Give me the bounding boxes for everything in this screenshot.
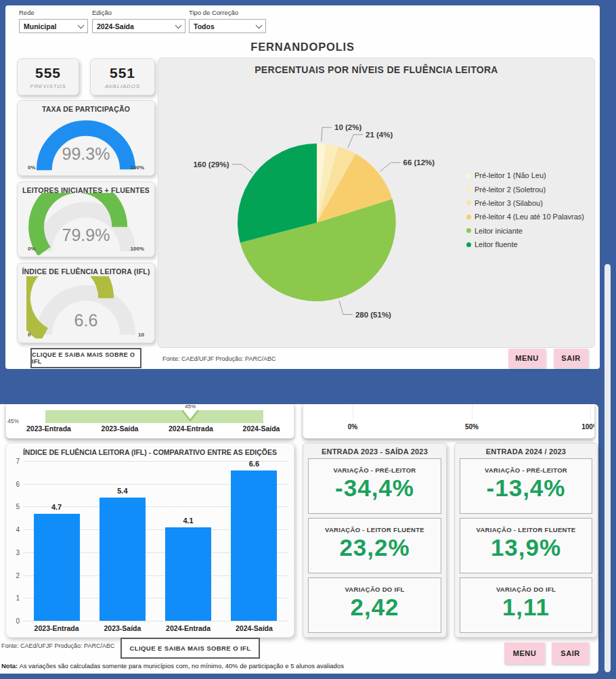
legend-dot-icon — [466, 187, 471, 192]
chevron-down-icon — [256, 22, 263, 28]
bar-value-label: 4.1 — [164, 517, 212, 525]
pie-data-label: 66 (12%) — [403, 158, 435, 167]
kpi-avaliados-value: 551 — [91, 65, 154, 81]
pie-callout-line — [380, 162, 400, 171]
gauge-min-label: 0 — [28, 332, 30, 338]
variation-card-leitor-fluente[interactable]: VARIAÇÃO - LEITOR FLUENTE 13,9% — [460, 518, 592, 573]
variation-label: VARIAÇÃO DO IFL — [309, 586, 441, 593]
pie-data-label: 160 (29%) — [193, 160, 229, 169]
legend-item[interactable]: Leitor iniciante — [466, 224, 592, 238]
variation-label: VARIAÇÃO DO IFL — [460, 586, 592, 593]
variation-label: VARIAÇÃO - PRÉ-LEITOR — [460, 466, 592, 474]
bar-value-label: 6.6 — [230, 460, 278, 468]
variation-value: -34,4% — [309, 474, 441, 502]
bar-value-label: 4.7 — [33, 503, 81, 511]
area-strip-card[interactable]: 45% 45% 2023-Entrada2023-Saída2024-Entra… — [5, 404, 294, 439]
filter-edicao-value: 2024-Saída — [97, 22, 134, 30]
filter-correcao-label: Tipo de Correção — [189, 9, 238, 16]
y-axis-tick: 3 — [7, 548, 20, 556]
exit-button[interactable]: SAIR — [552, 642, 589, 664]
filter-rede-value: Municipal — [24, 22, 56, 30]
kpi-previstos-card[interactable]: 555 PREVISTOS — [17, 58, 79, 95]
legend-label: Pré-leitor 4 (Leu até 10 Palavras) — [475, 213, 584, 221]
y-axis-tick: 7 — [7, 458, 20, 465]
gauge-value: 99.3% — [18, 144, 154, 164]
variation-label: VARIAÇÃO - LEITOR FLUENTE — [309, 526, 441, 533]
bar-x-label: 2024-Entrada — [156, 624, 221, 632]
variation-card-pre-leitor[interactable]: VARIAÇÃO - PRÉ-LEITOR -13,4% — [460, 458, 592, 514]
y-axis-tick: 6 — [7, 480, 20, 487]
bar-chart: 012345674.72023-Entrada5.42023-Saída4.12… — [6, 443, 294, 637]
bar[interactable] — [34, 514, 80, 621]
axis-tick-label: 0% — [332, 423, 373, 431]
chevron-down-icon — [78, 22, 85, 28]
y-axis-tick: 0 — [7, 617, 20, 625]
axis-tick-label: 50% — [452, 423, 492, 431]
filter-correcao-dropdown[interactable]: Todos — [189, 19, 266, 33]
ifl-info-button[interactable]: CLIQUE E SAIBA MAIS SOBRE O IFL — [120, 638, 260, 659]
filter-edicao-label: Edição — [92, 9, 112, 16]
legend-dot-icon — [466, 228, 471, 233]
gauge-leitores-iniciantes-fluentes[interactable]: LEITORES INICIANTES + FLUENTES 79.9% 0% … — [17, 181, 155, 257]
legend-item[interactable]: Pré-leitor 3 (Silabou) — [466, 196, 592, 210]
variation-card-leitor-fluente[interactable]: VARIAÇÃO - LEITOR FLUENTE 23,2% — [308, 518, 441, 573]
legend-item[interactable]: Pré-leitor 1 (Não Leu) — [466, 169, 592, 182]
axis-gridline — [353, 404, 353, 420]
footnote: Nota: As variações são calculadas soment… — [1, 662, 344, 670]
pie-chart-card: PERCENTUAIS POR NÍVEIS DE FLUÊNCIA LEITO… — [158, 58, 595, 348]
pie-callout-line — [339, 301, 353, 314]
gauge-arc — [26, 193, 146, 255]
axis-strip-card[interactable]: 0%50%100% — [303, 404, 595, 439]
pie-callout-line — [348, 135, 363, 148]
kpi-avaliados-card[interactable]: 551 AVALIADOS — [90, 58, 155, 95]
bar[interactable] — [100, 498, 146, 621]
legend-dot-icon — [466, 215, 471, 219]
gauge-min-label: 0% — [28, 165, 36, 171]
bar-value-label: 5.4 — [99, 487, 146, 495]
legend-label: Leitor iniciante — [475, 227, 523, 235]
footnote-text: As variações são calculadas somente para… — [18, 662, 344, 670]
area-band — [45, 410, 263, 423]
bar-x-label: 2024-Saída — [221, 624, 286, 632]
variation-value: 1,11 — [460, 593, 592, 621]
y-axis-tick: 1 — [7, 594, 20, 602]
variation-card-ifl[interactable]: VARIAÇÃO DO IFL 1,11 — [460, 577, 592, 633]
bar[interactable] — [231, 470, 277, 621]
filter-edicao-dropdown[interactable]: 2024-Saída — [92, 19, 185, 33]
gauge-max-label: 100% — [131, 246, 144, 252]
legend-dot-icon — [466, 242, 471, 247]
variation-value: 13,9% — [460, 533, 592, 562]
axis-tick-label: 100% — [570, 423, 595, 431]
filter-rede-dropdown[interactable]: Municipal — [19, 19, 88, 33]
legend-item[interactable]: Leitor fluente — [466, 238, 592, 251]
gauge-value: 6.6 — [18, 311, 154, 330]
area-strip-chart — [6, 404, 294, 438]
gauge-ifl[interactable]: ÍNDICE DE FLUÊNCIA LEITORA (IFL) 6.6 0 1… — [17, 263, 155, 343]
menu-button[interactable]: MENU — [504, 642, 545, 664]
legend-item[interactable]: Pré-leitor 4 (Leu até 10 Palavras) — [466, 210, 592, 223]
legend-item[interactable]: Pré-leitor 2 (Soletrou) — [466, 182, 592, 196]
filter-correcao-value: Todos — [194, 22, 215, 30]
variation-card-ifl[interactable]: VARIAÇÃO DO IFL 2,42 — [308, 577, 441, 633]
gauge-taxa-participacao[interactable]: TAXA DE PARTICIPAÇÃO 99.3% 0% 100% — [17, 100, 155, 176]
chevron-down-icon — [175, 22, 182, 28]
variation-column-header: ENTRADA 2024 / 2023 — [455, 447, 597, 456]
ifl-info-button[interactable]: CLIQUE E SAIBA MAIS SOBRE O IFL — [30, 348, 141, 368]
gauge-value: 79.9% — [18, 225, 154, 245]
pie-data-label: 21 (4%) — [366, 131, 393, 139]
y-axis-tick: 5 — [7, 503, 20, 510]
gauge-min-label: 0% — [28, 246, 36, 252]
scrollbar[interactable] — [604, 264, 611, 672]
legend-dot-icon — [466, 173, 471, 178]
axis-gridline — [472, 404, 472, 420]
kpi-previstos-value: 555 — [18, 65, 79, 81]
variation-card-pre-leitor[interactable]: VARIAÇÃO - PRÉ-LEITOR -34,4% — [308, 458, 441, 514]
bar[interactable] — [165, 527, 211, 621]
variation-column-2024: ENTRADA 2024 / 2023 VARIAÇÃO - PRÉ-LEITO… — [454, 443, 598, 638]
page-title: FERNANDOPOLIS — [5, 41, 600, 53]
exit-button[interactable]: SAIR — [554, 349, 588, 368]
source-note: Fonte: CAEd/UFJF Produção: PARC/ABC — [162, 355, 276, 362]
variation-label: VARIAÇÃO - PRÉ-LEITOR — [309, 466, 441, 474]
menu-button[interactable]: MENU — [508, 349, 546, 368]
variation-column-2023: ENTRADA 2023 - SAÍDA 2023 VARIAÇÃO - PRÉ… — [303, 443, 447, 638]
